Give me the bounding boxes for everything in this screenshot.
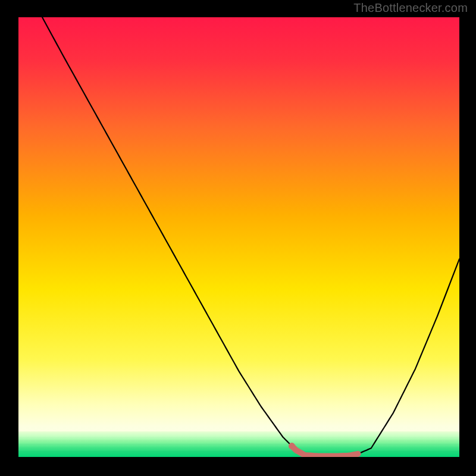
- watermark-text: TheBottlenecker.com: [353, 1, 468, 15]
- chart-frame: TheBottlenecker.com: [0, 0, 476, 476]
- optimal-range-highlight: [18, 17, 459, 457]
- svg-point-8: [289, 443, 295, 449]
- plot-area: [18, 17, 459, 457]
